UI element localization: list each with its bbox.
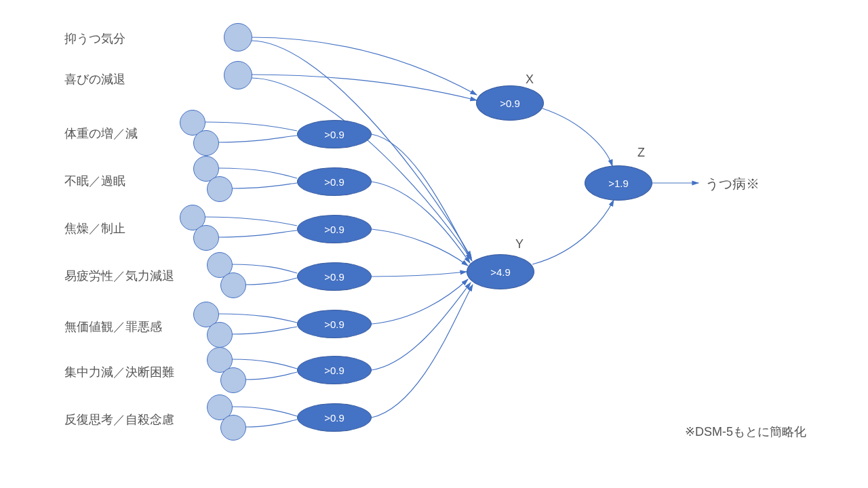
input-node-6b [220,272,246,298]
symptom-label-2: 喜びの減退 [64,71,125,87]
node-label-z: Z [637,146,645,160]
threshold-node-8: >0.9 [297,356,372,384]
threshold-value: >0.9 [324,412,344,424]
input-node-1 [224,23,252,52]
threshold-node-6: >0.9 [297,262,372,291]
symptom-label-9: 反復思考／自殺念慮 [64,411,174,428]
threshold-value: >0.9 [324,365,344,376]
input-node-3b [193,130,219,156]
threshold-value: >0.9 [324,271,344,283]
threshold-value: >0.9 [324,176,344,188]
footnote: ※DSM-5もとに簡略化 [685,424,806,440]
threshold-value: >0.9 [324,129,344,140]
threshold-value: >0.9 [324,319,344,330]
symptom-label-8: 集中力減／決断困難 [64,364,174,380]
threshold-node-7: >0.9 [297,310,372,338]
input-node-5b [193,225,219,251]
threshold-value: >0.9 [500,98,520,109]
input-node-7b [207,322,233,348]
node-label-y: Y [515,237,524,251]
output-label: うつ病※ [705,175,760,193]
threshold-node-3: >0.9 [297,120,372,148]
symptom-label-3: 体重の増／減 [64,125,138,142]
symptom-label-6: 易疲労性／気力減退 [64,268,174,284]
node-x: >0.9 [476,85,544,121]
threshold-value: >4.9 [490,266,511,278]
threshold-node-9: >0.9 [297,403,372,432]
input-node-2 [224,61,252,89]
symptom-label-4: 不眠／過眠 [64,173,125,189]
threshold-node-4: >0.9 [297,167,372,196]
node-label-x: X [526,73,534,87]
node-y: >4.9 [467,254,534,289]
input-node-9b [220,415,246,441]
input-node-8b [220,367,246,393]
symptom-label-7: 無価値観／罪悪感 [64,319,162,335]
threshold-value: >0.9 [324,224,344,235]
node-z: >1.9 [585,165,652,201]
threshold-node-5: >0.9 [297,215,372,243]
symptom-label-1: 抑うつ気分 [64,30,125,47]
input-node-4b [207,176,233,202]
threshold-value: >1.9 [608,178,629,189]
symptom-label-5: 焦燥／制止 [64,220,125,237]
